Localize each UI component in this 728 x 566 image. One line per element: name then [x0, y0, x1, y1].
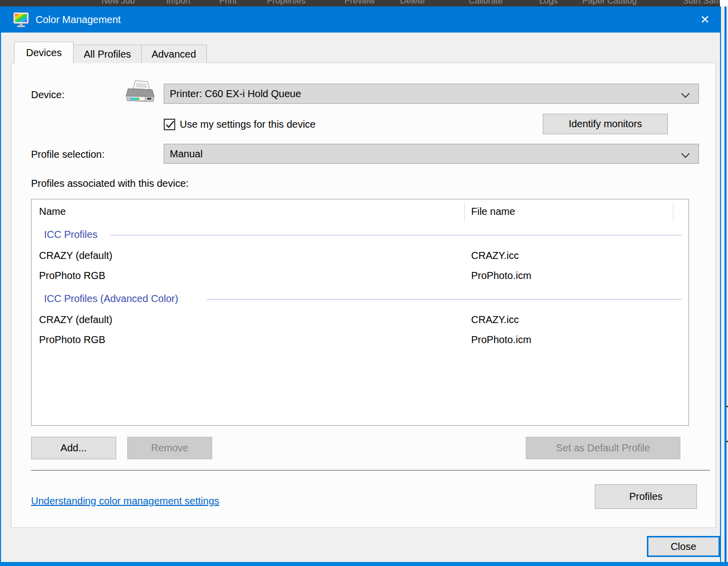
tab-all-profiles[interactable]: All Profiles: [73, 45, 141, 63]
device-combobox[interactable]: Printer: C60 EX-i Hold Queue: [164, 84, 699, 104]
profile-selection-label: Profile selection:: [31, 149, 105, 160]
column-divider[interactable]: [673, 202, 673, 221]
chevron-down-icon: [681, 150, 690, 158]
background-edge-mark: [726, 406, 728, 407]
bg-toolbar-item[interactable]: Print: [219, 0, 237, 6]
group-header-line: [111, 235, 681, 235]
group-header-line: [207, 299, 681, 300]
profiles-button[interactable]: Profiles: [595, 484, 697, 509]
list-item-name[interactable]: ProPhoto RGB: [39, 334, 105, 346]
window-title: Color Management: [36, 14, 121, 26]
background-window-right-edge: [720, 7, 728, 566]
tab-advanced[interactable]: Advanced: [141, 45, 207, 63]
tab-devices[interactable]: Devices: [14, 42, 74, 64]
background-edge-mark: [726, 441, 728, 442]
bg-toolbar-item[interactable]: Properties: [267, 0, 305, 6]
remove-button[interactable]: Remove: [127, 437, 212, 459]
group-header-icc-profiles-advanced: ICC Profiles (Advanced Color): [44, 293, 178, 305]
tab-bar: Devices All Profiles Advanced: [14, 42, 206, 63]
color-management-dialog: Color Management ✕ Devices All Profiles …: [0, 7, 721, 562]
bg-toolbar-item[interactable]: Import: [166, 0, 190, 6]
chevron-down-icon: [681, 90, 690, 98]
bg-toolbar-item[interactable]: Calibrate: [469, 0, 503, 6]
profile-selection-combobox[interactable]: Manual: [164, 144, 699, 164]
set-as-default-profile-button[interactable]: Set as Default Profile: [526, 437, 680, 459]
list-item-filename[interactable]: CRAZY.icc: [471, 314, 519, 326]
use-my-settings-label: Use my settings for this device: [180, 119, 315, 130]
identify-monitors-button[interactable]: Identify monitors: [543, 114, 668, 134]
profile-selection-value: Manual: [170, 148, 203, 160]
bg-toolbar-item[interactable]: Preview: [344, 0, 375, 6]
bg-toolbar-item[interactable]: Paper Catalog: [582, 0, 637, 6]
section-separator: [31, 470, 710, 471]
bg-toolbar-item[interactable]: New Job: [102, 0, 135, 6]
column-divider[interactable]: [464, 202, 465, 221]
background-window-bottom-border: [0, 562, 728, 566]
profiles-list-caption: Profiles associated with this device:: [31, 178, 189, 189]
color-management-icon: [13, 12, 29, 27]
list-item-filename[interactable]: ProPhoto.icm: [471, 270, 531, 281]
titlebar: Color Management ✕: [1, 7, 720, 33]
bg-toolbar-item[interactable]: Delete: [400, 0, 425, 6]
device-combobox-value: Printer: C60 EX-i Hold Queue: [170, 88, 301, 100]
profiles-listbox[interactable]: Name File name ICC Profiles CRAZY (defau…: [31, 199, 689, 426]
add-button[interactable]: Add...: [31, 437, 116, 459]
list-item-filename[interactable]: CRAZY.icc: [471, 250, 519, 261]
bg-toolbar-item[interactable]: Start Samp: [683, 0, 725, 6]
bg-toolbar-item[interactable]: Logs: [539, 0, 558, 6]
list-item-filename[interactable]: ProPhoto.icm: [471, 334, 531, 346]
group-header-icc-profiles: ICC Profiles: [44, 229, 98, 240]
checkmark-icon: [164, 119, 176, 131]
list-item-name[interactable]: ProPhoto RGB: [39, 270, 105, 281]
use-my-settings-checkbox[interactable]: [164, 119, 175, 130]
background-app-toolbar: New Job Import Print Properties Preview …: [0, 0, 728, 7]
background-window-corner: [720, 0, 728, 7]
understanding-color-management-link[interactable]: Understanding color management settings: [31, 495, 219, 507]
device-label: Device:: [31, 89, 65, 101]
close-icon[interactable]: ✕: [692, 7, 718, 33]
background-window-border: [724, 7, 726, 566]
column-header-name[interactable]: Name: [39, 206, 66, 217]
column-header-filename[interactable]: File name: [471, 206, 515, 217]
printer-icon: [124, 80, 157, 108]
close-button[interactable]: Close: [647, 536, 720, 557]
list-item-name[interactable]: CRAZY (default): [39, 250, 112, 261]
list-item-name[interactable]: CRAZY (default): [39, 314, 112, 326]
